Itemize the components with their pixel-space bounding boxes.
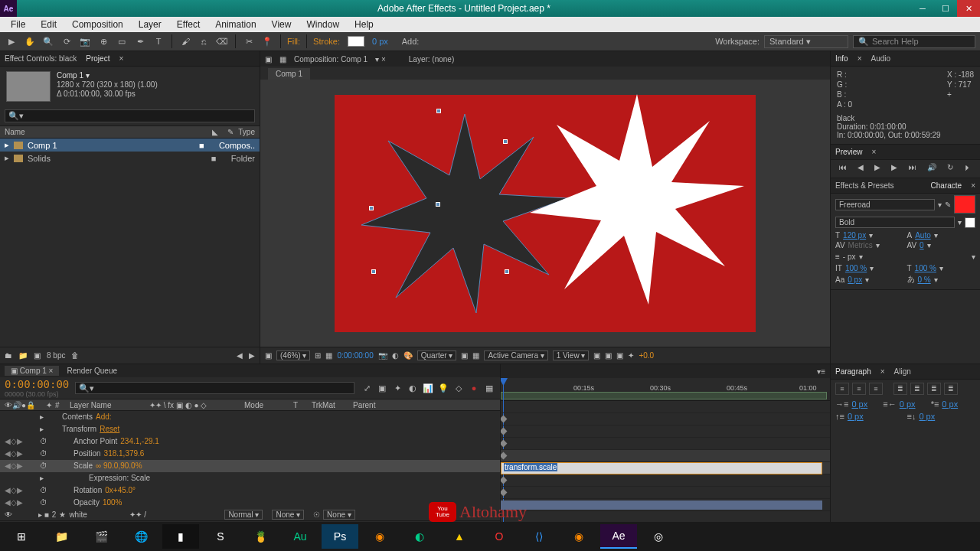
new-folder-icon[interactable]: 📁: [18, 351, 28, 360]
maximize-button[interactable]: ☐: [934, 0, 957, 17]
project-item-solids[interactable]: ▸ Solids ■ Folder: [0, 152, 260, 165]
timeline-prop-row[interactable]: ▸Expression: Scale: [0, 472, 500, 484]
baseline-value[interactable]: 0 px: [848, 276, 862, 284]
mode-dropdown[interactable]: Normal ▾: [224, 510, 263, 520]
timeline-timecode[interactable]: 0:00:00:00: [5, 378, 69, 390]
menu-help[interactable]: Help: [348, 18, 380, 31]
workspace-dropdown[interactable]: Standard ▾: [764, 35, 848, 48]
stroke-swatch[interactable]: [348, 36, 364, 47]
first-frame-icon[interactable]: ⏮: [839, 163, 847, 171]
font-weight-dropdown[interactable]: Bold: [835, 217, 955, 228]
tab-character[interactable]: Characte: [931, 181, 962, 190]
tab-audio[interactable]: Audio: [871, 54, 891, 63]
audition-icon[interactable]: Au: [282, 524, 318, 549]
kerning-value[interactable]: Metrics: [848, 241, 873, 249]
composition-viewport[interactable]: [260, 80, 830, 347]
trkmat-dropdown[interactable]: None ▾: [272, 510, 304, 520]
work-area-bar[interactable]: [501, 392, 827, 399]
viewer-timecode[interactable]: 0:00:00:00: [337, 351, 373, 360]
timeline-prop-row[interactable]: ◀◇▶⏱Position318.1,379.6: [0, 448, 500, 460]
type-tool-icon[interactable]: T: [152, 34, 165, 48]
res-icon[interactable]: ⊞: [315, 351, 321, 360]
menu-composition[interactable]: Composition: [66, 18, 129, 31]
align-left-icon[interactable]: ≡: [835, 383, 849, 395]
menu-layer[interactable]: Layer: [132, 18, 168, 31]
vscale-value[interactable]: 100 %: [845, 264, 867, 272]
new-comp-icon[interactable]: ▣: [34, 351, 41, 360]
prev-frame-icon[interactable]: ◀: [858, 163, 864, 171]
keyframe-icon[interactable]: [500, 452, 507, 460]
timeline-prop-row[interactable]: ◀◇▶⏱Opacity100%: [0, 497, 500, 509]
stamp-tool-icon[interactable]: ⎌: [197, 34, 211, 48]
rotate-tool-icon[interactable]: ⟳: [60, 34, 74, 48]
tab-effect-controls[interactable]: Effect Controls: black: [5, 54, 77, 63]
quality-dropdown[interactable]: Quarter ▾: [417, 350, 457, 360]
zoom-dropdown[interactable]: (46%) ▾: [276, 350, 310, 360]
tab-timeline-comp[interactable]: ▣ Comp 1 ×: [5, 366, 59, 376]
blender-icon-2[interactable]: ◉: [560, 524, 597, 549]
project-item-comp1[interactable]: ▸ Comp 1 ■ Compos..: [0, 139, 260, 152]
justify-left-icon[interactable]: ≣: [893, 383, 907, 395]
stroke-value[interactable]: - px: [843, 253, 856, 261]
close-button[interactable]: ✕: [957, 0, 980, 17]
pen-tool-icon[interactable]: ✒: [133, 34, 147, 48]
minimize-button[interactable]: ─: [911, 0, 934, 17]
tab-layer[interactable]: Layer: (none): [409, 55, 454, 64]
project-search-input[interactable]: 🔍▾: [5, 109, 255, 122]
photoshop-icon[interactable]: Ps: [322, 524, 358, 549]
camera-tool-icon[interactable]: 📷: [78, 34, 92, 48]
motionblur-icon[interactable]: ◐: [407, 382, 419, 394]
menu-window[interactable]: Window: [300, 18, 345, 31]
menu-edit[interactable]: Edit: [34, 18, 63, 31]
zoom-tool-icon[interactable]: 🔍: [41, 34, 55, 48]
tsume-value[interactable]: 0 %: [918, 276, 931, 284]
menu-file[interactable]: File: [5, 18, 31, 31]
keyframe-icon[interactable]: [500, 440, 507, 448]
handbrake-icon[interactable]: 🍍: [242, 524, 279, 549]
eraser-tool-icon[interactable]: ⌫: [215, 34, 229, 48]
bpc-toggle[interactable]: 8 bpc: [47, 351, 65, 360]
indent-right[interactable]: 0 px: [900, 399, 916, 409]
tab-render-queue[interactable]: Render Queue: [67, 367, 117, 375]
tab-paragraph[interactable]: Paragraph: [835, 367, 871, 376]
font-family-dropdown[interactable]: Freeroad: [835, 199, 935, 210]
blender-icon[interactable]: ◉: [361, 524, 398, 549]
pin-tool-icon[interactable]: 📍: [260, 34, 274, 48]
camera-dropdown[interactable]: Active Camera ▾: [484, 350, 547, 360]
audio-icon[interactable]: 🔊: [927, 163, 936, 171]
views-dropdown[interactable]: 1 View ▾: [553, 350, 590, 360]
justify-right-icon[interactable]: ≣: [927, 383, 941, 395]
tab-info[interactable]: Info: [835, 54, 848, 63]
keyframe-icon[interactable]: [500, 489, 507, 497]
trash-icon[interactable]: 🗑: [71, 351, 79, 360]
timeline-ruler[interactable]: 00:15s 00:30s 00:45s 01:00: [501, 378, 830, 401]
graph-icon[interactable]: 📊: [422, 382, 434, 394]
sublime-icon[interactable]: S: [202, 524, 239, 549]
menu-view[interactable]: View: [266, 18, 298, 31]
font-size[interactable]: 120 px: [843, 231, 866, 240]
timeline-search-input[interactable]: 🔍▾: [75, 382, 354, 394]
comp-thumbnail[interactable]: [6, 71, 51, 102]
brush-tool-icon[interactable]: 🖌: [178, 34, 192, 48]
magnify-icon[interactable]: ▣: [265, 351, 272, 360]
timeline-prop-row[interactable]: ◀◇▶⏱Anchor Point234.1,-29.1: [0, 435, 500, 448]
align-right-icon[interactable]: ≡: [869, 383, 883, 395]
space-after[interactable]: 0 px: [919, 412, 935, 421]
timeline-prop-row[interactable]: ◀◇▶⏱Scale∞ 90.0,90.0%: [0, 460, 500, 472]
chrome-icon[interactable]: 🌐: [122, 524, 159, 549]
selection-tool-icon[interactable]: ▶: [5, 34, 18, 48]
start-button[interactable]: ⊞: [3, 524, 40, 549]
layer-duration-bar[interactable]: [501, 500, 822, 510]
shy-icon[interactable]: ⤢: [361, 382, 373, 394]
align-center-icon[interactable]: ≡: [852, 383, 866, 395]
draft3d-icon[interactable]: ▦: [483, 382, 495, 394]
timeline-prop-row[interactable]: ◀◇▶⏱Rotation0x+45.0°: [0, 484, 500, 497]
rect-tool-icon[interactable]: ▭: [115, 34, 129, 48]
roto-tool-icon[interactable]: ✂: [242, 34, 256, 48]
obs-icon[interactable]: ◎: [640, 524, 677, 549]
tab-effects-presets[interactable]: Effects & Presets: [835, 181, 894, 190]
collapse-icon[interactable]: ▣: [376, 382, 388, 394]
app-icon-2[interactable]: ◐: [401, 524, 438, 549]
search-help-input[interactable]: 🔍 Search Help: [853, 35, 975, 48]
next-frame-icon[interactable]: ▶: [891, 163, 897, 171]
